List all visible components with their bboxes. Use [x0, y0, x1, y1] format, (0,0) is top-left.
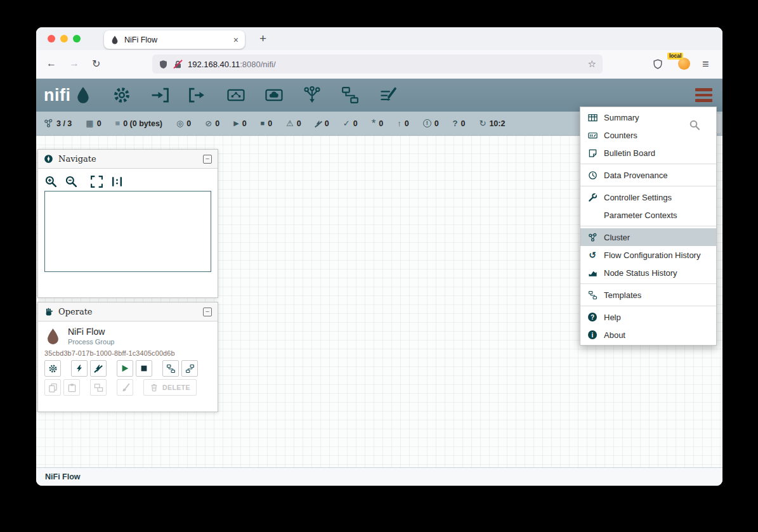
nifi-favicon-icon	[110, 36, 119, 44]
invalid-count: 0	[297, 119, 301, 128]
summary-table-icon	[587, 113, 598, 122]
running-icon: ▶	[233, 120, 239, 127]
funnel-component-icon[interactable]	[303, 86, 322, 105]
copy-button[interactable]	[44, 379, 61, 396]
disable-button[interactable]	[90, 360, 107, 377]
configuration-button[interactable]	[44, 360, 61, 377]
hamburger-bar	[695, 99, 712, 102]
bookmark-star-icon[interactable]: ☆	[588, 58, 596, 70]
menu-item-cluster[interactable]: Cluster	[580, 228, 716, 246]
profile-avatar[interactable]: local	[678, 58, 690, 70]
operate-buttons-row-2: DELETE	[44, 379, 211, 396]
transmitting-icon: ◎	[176, 119, 183, 127]
refresh-icon[interactable]: ↻	[480, 119, 487, 127]
help-icon: ?	[587, 313, 598, 321]
search-icon[interactable]	[689, 119, 700, 131]
insecure-lock-icon[interactable]	[173, 60, 183, 69]
minimize-window-button[interactable]	[60, 35, 68, 42]
menu-item-node-status-history[interactable]: Node Status History	[580, 264, 716, 282]
close-tab-icon[interactable]: ×	[233, 35, 239, 45]
delete-button[interactable]: DELETE	[143, 379, 197, 396]
nifi-logo-drop-icon	[74, 86, 92, 104]
back-button[interactable]: ←	[46, 58, 56, 69]
enable-button[interactable]	[71, 360, 88, 377]
status-locally-modified-stale: ! 0	[423, 119, 439, 128]
menu-item-help[interactable]: ? Help	[580, 308, 716, 326]
menu-item-parameter-contexts[interactable]: Parameter Contexts	[580, 206, 716, 224]
provenance-icon	[587, 171, 598, 180]
group-button[interactable]	[90, 379, 107, 396]
privacy-shield-icon[interactable]	[653, 59, 663, 69]
delete-button-label: DELETE	[162, 384, 190, 391]
about-icon: i	[587, 330, 598, 339]
breadcrumb[interactable]: NiFi Flow	[45, 472, 81, 481]
zoom-window-button[interactable]	[73, 35, 81, 42]
global-menu-button[interactable]	[695, 88, 712, 102]
menu-item-bulletin-board[interactable]: Bulletin Board	[580, 144, 716, 162]
upload-template-button[interactable]	[181, 360, 198, 377]
menu-divider	[580, 226, 716, 226]
menu-divider	[580, 186, 716, 186]
breadcrumb-bar: NiFi Flow	[36, 467, 722, 486]
paste-button[interactable]	[63, 379, 80, 396]
label-component-icon[interactable]	[379, 86, 398, 105]
template-component-icon[interactable]	[341, 86, 360, 105]
tab-bar: NiFi Flow × +	[36, 27, 722, 50]
input-port-component-icon[interactable]	[150, 86, 169, 105]
trash-icon	[150, 383, 159, 392]
stopped-icon: ■	[261, 120, 265, 127]
menu-item-templates[interactable]: Templates	[580, 286, 716, 304]
remote-process-group-component-icon[interactable]	[265, 86, 284, 105]
hamburger-bar	[695, 88, 712, 91]
process-group-component-icon[interactable]	[226, 86, 245, 105]
scrollbar[interactable]	[716, 114, 721, 133]
reload-button[interactable]: ↻	[92, 58, 100, 70]
zoom-in-button[interactable]	[44, 175, 58, 188]
birdseye-view[interactable]	[44, 191, 211, 272]
new-tab-button[interactable]: +	[254, 30, 271, 48]
profile-badge: local	[667, 53, 683, 60]
menu-divider	[580, 164, 716, 164]
navigate-toolbar	[44, 175, 211, 188]
cluster-icon	[587, 233, 598, 242]
stop-button[interactable]	[136, 360, 152, 377]
start-button[interactable]	[117, 360, 133, 377]
navigate-panel: Navigate −	[37, 149, 218, 298]
nifi-logo: nifi	[44, 86, 92, 104]
menu-item-controller-settings[interactable]: Controller Settings	[580, 188, 716, 206]
up-to-date-count: 0	[353, 119, 358, 128]
zoom-out-button[interactable]	[65, 175, 78, 188]
browser-menu-button[interactable]: ≡	[702, 58, 709, 71]
processor-component-icon[interactable]	[112, 86, 131, 105]
operate-panel-header: Operate −	[38, 302, 218, 321]
menu-item-flow-configuration-history[interactable]: ↺ Flow Configuration History	[580, 246, 716, 264]
menu-item-data-provenance[interactable]: Data Provenance	[580, 166, 716, 184]
locally-modified-stale-icon: !	[423, 119, 431, 127]
cluster-icon	[44, 119, 53, 128]
zoom-actual-size-button[interactable]	[110, 175, 124, 188]
collapse-navigate-button[interactable]: −	[203, 155, 212, 164]
templates-icon	[587, 290, 598, 300]
process-group-drop-icon	[44, 328, 62, 345]
close-window-button[interactable]	[48, 35, 55, 42]
browser-tab[interactable]: NiFi Flow ×	[104, 30, 245, 49]
locally-modified-stale-count: 0	[435, 119, 439, 128]
url-bar[interactable]: 192.168.40.11:8080/nifi/ ☆	[152, 55, 603, 74]
active-threads-count: 0	[97, 119, 101, 128]
queued-icon: ≡	[115, 119, 121, 127]
create-template-button[interactable]	[162, 360, 179, 377]
zoom-fit-button[interactable]	[90, 175, 103, 188]
fill-color-button[interactable]	[117, 379, 133, 396]
last-refresh-time: 10:2	[489, 119, 505, 128]
sync-failure-count: 0	[461, 119, 466, 128]
navigate-panel-header: Navigate −	[38, 150, 218, 169]
output-port-component-icon[interactable]	[188, 86, 207, 105]
desktop-background: NiFi Flow × + ← → ↻ 192.168.40.11:8080/n…	[0, 0, 758, 532]
collapse-operate-button[interactable]: −	[203, 308, 212, 316]
navigation-bar: ← → ↻ 192.168.40.11:8080/nifi/ ☆ local ≡	[36, 50, 722, 79]
menu-item-about[interactable]: i About	[580, 326, 716, 344]
running-count: 0	[242, 119, 247, 128]
forward-button[interactable]: →	[69, 58, 79, 69]
tracking-shield-icon[interactable]	[159, 60, 168, 69]
operate-panel: Operate − NiFi Flow Process Group 35cbd3…	[37, 302, 218, 412]
